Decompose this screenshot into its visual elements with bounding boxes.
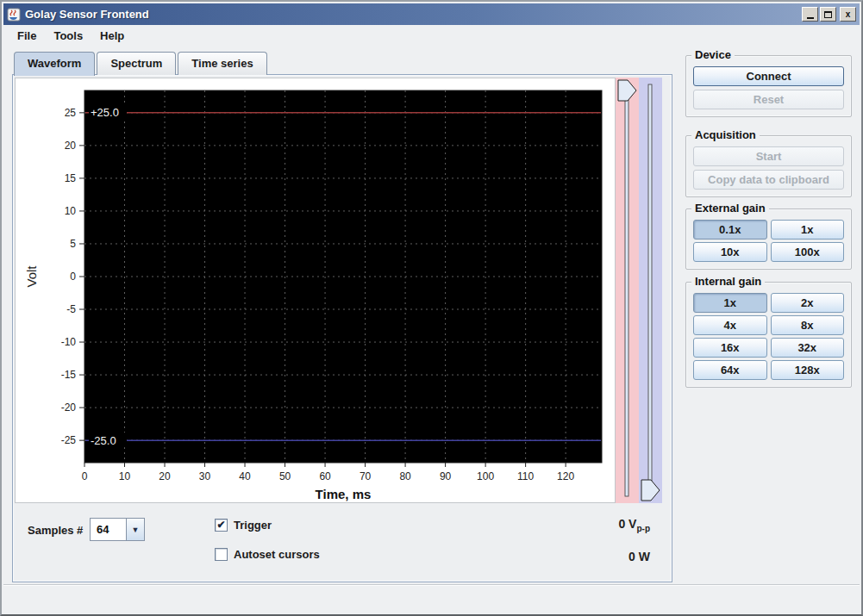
svg-text:-25: -25 bbox=[61, 434, 77, 446]
vpp-subscript: p-p bbox=[636, 524, 650, 533]
minimize-button[interactable] bbox=[802, 7, 818, 22]
autoset-cursors-checkbox[interactable]: ✔ Autoset cursors bbox=[215, 548, 320, 561]
internal-gain-128x-button[interactable]: 128x bbox=[771, 360, 845, 380]
svg-text:40: 40 bbox=[239, 470, 251, 482]
svg-text:20: 20 bbox=[65, 140, 77, 152]
status-bar bbox=[3, 584, 860, 613]
svg-text:-20: -20 bbox=[61, 401, 77, 414]
chevron-down-icon: ▼ bbox=[132, 526, 140, 534]
check-icon: ✔ bbox=[216, 519, 225, 531]
external-gain-group: External gain 0.1x 1x 10x 100x bbox=[685, 208, 852, 270]
svg-text:100: 100 bbox=[477, 470, 494, 482]
menu-bar: File Tools Help bbox=[3, 25, 860, 47]
combo-dropdown-button[interactable]: ▼ bbox=[126, 519, 144, 540]
external-gain-100x-button[interactable]: 100x bbox=[771, 242, 845, 262]
svg-text:10: 10 bbox=[119, 470, 131, 482]
tab-waveform[interactable]: Waveform bbox=[14, 52, 95, 76]
acquisition-group: Acquisition Start Copy data to clipboard bbox=[685, 135, 852, 197]
svg-text:Time, ms: Time, ms bbox=[316, 487, 372, 501]
upper-slider-thumb bbox=[618, 80, 636, 101]
tab-time-series[interactable]: Time series bbox=[178, 52, 266, 75]
svg-text:0: 0 bbox=[82, 470, 88, 482]
window-title: Golay Sensor Frontend bbox=[25, 8, 800, 21]
chart-plot-area[interactable]: 0102030405060708090100110120-25-20-15-10… bbox=[16, 78, 616, 504]
svg-text:70: 70 bbox=[360, 470, 372, 482]
menu-help[interactable]: Help bbox=[91, 27, 133, 45]
menu-tools[interactable]: Tools bbox=[45, 27, 91, 45]
svg-text:-15: -15 bbox=[61, 369, 77, 381]
lower-slider-thumb bbox=[641, 480, 660, 501]
svg-text:-25.0: -25.0 bbox=[91, 434, 116, 447]
menu-file[interactable]: File bbox=[9, 27, 45, 45]
tab-strip: Waveform Spectrum Time series bbox=[14, 52, 269, 76]
internal-gain-64x-button[interactable]: 64x bbox=[693, 360, 767, 380]
svg-text:50: 50 bbox=[279, 470, 291, 482]
trigger-label: Trigger bbox=[234, 519, 272, 532]
svg-text:110: 110 bbox=[517, 470, 534, 482]
device-group-title: Device bbox=[691, 48, 735, 61]
external-gain-1x-button[interactable]: 1x bbox=[771, 220, 845, 240]
svg-text:10: 10 bbox=[65, 205, 77, 217]
svg-text:-5: -5 bbox=[66, 303, 76, 315]
internal-gain-32x-button[interactable]: 32x bbox=[771, 338, 845, 358]
samples-combobox[interactable]: 64 ▼ bbox=[90, 518, 145, 541]
lower-cursor-slider[interactable] bbox=[639, 78, 662, 503]
samples-label: Samples # bbox=[28, 524, 83, 537]
svg-text:Volt: Volt bbox=[24, 265, 39, 288]
svg-text:0: 0 bbox=[70, 271, 76, 283]
minimize-icon bbox=[807, 17, 814, 19]
start-button[interactable]: Start bbox=[693, 146, 844, 166]
upper-cursor-slider[interactable] bbox=[616, 78, 639, 503]
trigger-checkbox[interactable]: ✔ Trigger bbox=[215, 519, 272, 532]
autoset-cursors-label: Autoset cursors bbox=[234, 548, 320, 561]
svg-text:+25.0: +25.0 bbox=[91, 106, 119, 119]
internal-gain-group-title: Internal gain bbox=[691, 275, 765, 288]
vpp-readout: 0 Vp-p bbox=[618, 517, 650, 533]
internal-gain-4x-button[interactable]: 4x bbox=[693, 315, 767, 335]
copy-data-button[interactable]: Copy data to clipboard bbox=[693, 170, 844, 190]
app-window: Golay Sensor Frontend x File Tools Help … bbox=[0, 0, 863, 616]
external-gain-10x-button[interactable]: 10x bbox=[693, 242, 767, 262]
internal-gain-group: Internal gain 1x 2x 4x 8x 16x 32x 64x 12… bbox=[685, 282, 852, 388]
waveform-chart[interactable]: 0102030405060708090100110120-25-20-15-10… bbox=[15, 78, 616, 503]
internal-gain-1x-button[interactable]: 1x bbox=[693, 293, 767, 313]
svg-text:90: 90 bbox=[440, 470, 452, 482]
close-icon: x bbox=[846, 9, 851, 19]
svg-text:15: 15 bbox=[65, 172, 77, 184]
svg-text:30: 30 bbox=[199, 470, 211, 482]
reset-button[interactable]: Reset bbox=[693, 90, 844, 109]
maximize-icon bbox=[824, 11, 832, 18]
svg-text:60: 60 bbox=[319, 470, 331, 482]
external-gain-0.1x-button[interactable]: 0.1x bbox=[693, 220, 767, 240]
checkbox-box: ✔ bbox=[215, 548, 228, 561]
maximize-button[interactable] bbox=[820, 7, 836, 22]
svg-text:20: 20 bbox=[159, 470, 171, 482]
title-bar: Golay Sensor Frontend x bbox=[3, 3, 860, 25]
svg-text:25: 25 bbox=[65, 107, 77, 119]
tab-spectrum[interactable]: Spectrum bbox=[97, 52, 176, 75]
samples-value: 64 bbox=[91, 519, 126, 540]
svg-text:-10: -10 bbox=[61, 336, 77, 348]
connect-button[interactable]: Connect bbox=[693, 66, 844, 86]
svg-text:5: 5 bbox=[70, 238, 76, 250]
close-button[interactable]: x bbox=[840, 7, 856, 22]
checkbox-box: ✔ bbox=[215, 519, 228, 532]
internal-gain-8x-button[interactable]: 8x bbox=[771, 315, 845, 335]
power-readout: 0 W bbox=[628, 550, 650, 563]
java-app-icon bbox=[7, 8, 21, 22]
external-gain-group-title: External gain bbox=[691, 202, 769, 215]
svg-text:120: 120 bbox=[557, 470, 574, 482]
internal-gain-2x-button[interactable]: 2x bbox=[771, 293, 845, 313]
device-group: Device Connect Reset bbox=[685, 55, 852, 117]
internal-gain-16x-button[interactable]: 16x bbox=[693, 338, 767, 358]
svg-text:80: 80 bbox=[399, 470, 411, 482]
acquisition-group-title: Acquisition bbox=[691, 128, 760, 141]
